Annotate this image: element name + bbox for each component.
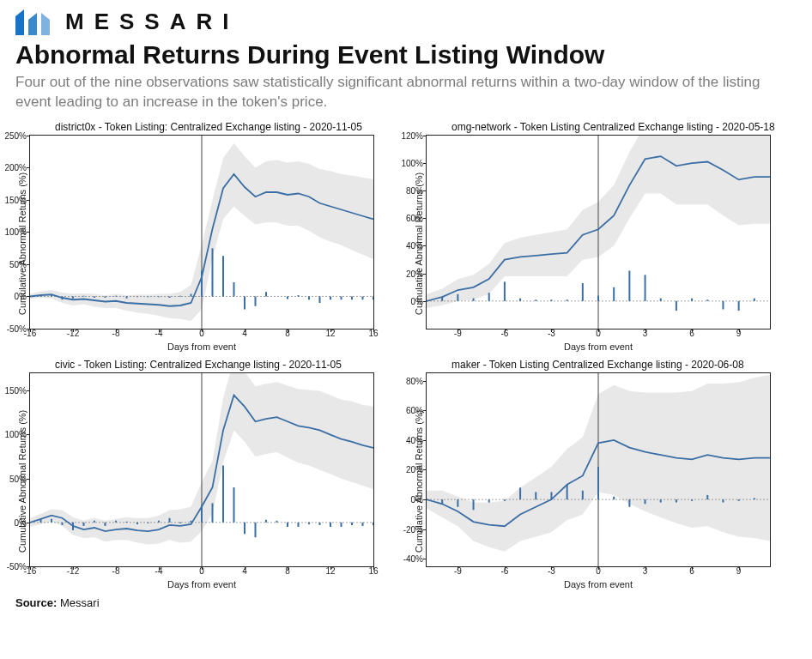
y-tick: 50% <box>9 474 27 483</box>
svg-marker-1 <box>28 13 37 35</box>
y-tick: 0% <box>411 494 423 504</box>
x-tick: 8 <box>285 329 290 338</box>
y-tick: 50% <box>9 259 27 269</box>
y-tick: -40% <box>403 554 423 564</box>
panel-omg: omg-network - Token Listing Centralized … <box>412 119 797 352</box>
y-tick: 0% <box>411 296 423 305</box>
x-axis-label: Days from event <box>426 579 771 589</box>
y-tick: 100% <box>4 227 27 237</box>
panel-district0x: district0x - Token Listing: Centralized … <box>15 119 400 352</box>
x-tick: 12 <box>325 566 335 576</box>
page-title: Abnormal Returns During Event Listing Wi… <box>15 40 797 70</box>
y-tick: 150% <box>4 195 27 204</box>
y-tick: -20% <box>403 524 423 534</box>
chart-title: omg-network - Token Listing Centralized … <box>451 121 797 133</box>
x-tick: -16 <box>24 329 36 338</box>
chart-title: maker - Token Listing Centralized Exchan… <box>451 359 797 371</box>
plot-area: -50%0%50%100%150%-16-12-8-40481216 <box>29 372 374 567</box>
source-line: Source: Messari <box>15 596 797 609</box>
y-tick: 80% <box>406 186 423 196</box>
y-tick: 120% <box>401 130 423 140</box>
y-tick: 60% <box>406 406 423 415</box>
svg-marker-0 <box>15 9 24 35</box>
panel-maker: maker - Token Listing Centralized Exchan… <box>412 357 797 589</box>
chart-title: civic - Token Listing: Centralized Excha… <box>55 359 400 371</box>
y-tick: 100% <box>4 430 27 439</box>
x-axis-label: Days from event <box>29 342 374 352</box>
y-tick: 40% <box>406 241 423 251</box>
y-tick: 100% <box>401 159 423 168</box>
messari-logo-icon <box>15 9 53 35</box>
x-tick: -8 <box>112 329 120 338</box>
x-tick: -3 <box>548 566 555 576</box>
x-tick: 0 <box>596 329 601 338</box>
y-tick: 150% <box>4 386 27 396</box>
x-tick: -16 <box>24 566 36 576</box>
x-tick: 16 <box>368 329 378 338</box>
x-tick: 16 <box>368 566 378 576</box>
x-tick: 0 <box>199 566 204 576</box>
x-tick: 9 <box>736 329 742 338</box>
x-tick: 3 <box>643 566 648 576</box>
page-subtitle: Four out of the nine observations saw st… <box>15 73 797 112</box>
x-axis-label: Days from event <box>426 342 771 352</box>
x-tick: -9 <box>454 566 462 576</box>
chart-title: district0x - Token Listing: Centralized … <box>55 121 400 133</box>
x-tick: 8 <box>285 566 290 576</box>
y-tick: 0% <box>15 517 27 527</box>
panel-civic: civic - Token Listing: Centralized Excha… <box>15 357 400 589</box>
x-tick: -8 <box>112 566 120 576</box>
x-tick: 4 <box>242 566 247 576</box>
y-tick: 20% <box>406 269 423 278</box>
x-tick: -12 <box>67 329 79 338</box>
y-tick: 200% <box>4 163 27 172</box>
x-tick: 3 <box>643 329 648 338</box>
plot-area: -50%0%50%100%150%200%250%-16-12-8-404812… <box>29 135 374 330</box>
brand: MESSARI <box>15 9 797 35</box>
y-tick: 20% <box>406 465 423 475</box>
x-tick: 0 <box>596 566 601 576</box>
x-axis-label: Days from event <box>29 579 374 589</box>
x-tick: -4 <box>155 566 163 576</box>
source-value: Messari <box>60 596 100 609</box>
plot-area: 0%20%40%60%80%100%120%-9-6-30369 <box>426 135 771 330</box>
svg-marker-2 <box>41 13 50 35</box>
x-tick: 4 <box>242 329 247 338</box>
x-tick: 12 <box>325 329 335 338</box>
y-tick: 0% <box>15 292 27 301</box>
y-tick: 80% <box>406 376 423 385</box>
x-tick: 6 <box>689 566 694 576</box>
y-tick: 60% <box>406 214 423 223</box>
x-tick: -9 <box>454 329 462 338</box>
x-tick: -12 <box>67 566 79 576</box>
plot-area: -40%-20%0%20%40%60%80%-9-6-30369 <box>426 372 771 567</box>
x-tick: 9 <box>736 566 742 576</box>
brand-name: MESSARI <box>65 9 239 35</box>
y-tick: 40% <box>406 435 423 444</box>
x-tick: -4 <box>155 329 163 338</box>
x-tick: 6 <box>689 329 694 338</box>
x-tick: -3 <box>548 329 555 338</box>
x-tick: -6 <box>500 329 508 338</box>
chart-grid: district0x - Token Listing: Centralized … <box>15 119 797 589</box>
x-tick: -6 <box>500 566 508 576</box>
source-label: Source: <box>15 596 57 609</box>
y-tick: 250% <box>4 130 27 140</box>
x-tick: 0 <box>199 329 204 338</box>
